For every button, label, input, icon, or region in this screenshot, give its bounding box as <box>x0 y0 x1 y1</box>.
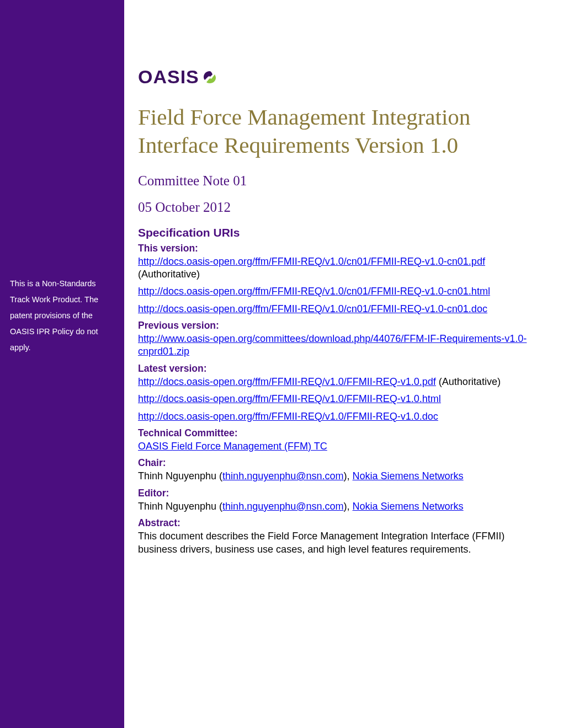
abstract-text: This document describes the Field Force … <box>138 530 530 556</box>
chair-open: ( <box>216 470 222 481</box>
this-version-item-1: http://docs.oasis-open.org/ffm/FFMII-REQ… <box>138 285 530 298</box>
editor-name: Thinh Nguyenphu <box>138 501 216 512</box>
document-title: Field Force Management Integration Inter… <box>138 103 530 160</box>
oasis-logo-text: OASIS <box>138 66 217 88</box>
this-version-label: This version: <box>138 243 530 254</box>
editor-open: ( <box>216 501 222 512</box>
editor-email-link[interactable]: thinh.nguyenphu@nsn.com <box>222 501 343 512</box>
sidebar: This is a Non-Standards Track Work Produ… <box>0 0 124 728</box>
chair-name: Thinh Nguyenphu <box>138 470 216 481</box>
chair-email-link[interactable]: thinh.nguyenphu@nsn.com <box>222 470 343 481</box>
sidebar-note: This is a Non-Standards Track Work Produ… <box>10 276 114 356</box>
previous-version-label: Previous version: <box>138 320 530 331</box>
chair-line: Thinh Nguyenphu (thinh.nguyenphu@nsn.com… <box>138 470 530 483</box>
latest-version-item-0: http://docs.oasis-open.org/ffm/FFMII-REQ… <box>138 376 530 388</box>
this-version-suffix-0: (Authoritative) <box>138 269 200 280</box>
oasis-wordmark: OASIS <box>138 66 199 88</box>
previous-version-link-0[interactable]: http://www.oasis-open.org/committees/dow… <box>138 333 527 357</box>
committee-note-label: Committee Note 01 <box>138 173 530 189</box>
oasis-logo-icon <box>203 70 217 84</box>
editor-label: Editor: <box>138 488 530 499</box>
this-version-item-2: http://docs.oasis-open.org/ffm/FFMII-REQ… <box>138 303 530 315</box>
latest-version-label: Latest version: <box>138 363 530 374</box>
this-version-link-1[interactable]: http://docs.oasis-open.org/ffm/FFMII-REQ… <box>138 286 490 297</box>
latest-version-link-0[interactable]: http://docs.oasis-open.org/ffm/FFMII-REQ… <box>138 376 436 387</box>
previous-version-item-0: http://www.oasis-open.org/committees/dow… <box>138 333 530 358</box>
technical-committee-item: OASIS Field Force Management (FFM) TC <box>138 440 530 453</box>
chair-close: ), <box>344 470 353 481</box>
editor-org-link[interactable]: Nokia Siemens Networks <box>353 501 464 512</box>
page-container: This is a Non-Standards Track Work Produ… <box>0 0 563 728</box>
editor-line: Thinh Nguyenphu (thinh.nguyenphu@nsn.com… <box>138 500 530 513</box>
latest-version-suffix-0: (Authoritative) <box>436 376 501 387</box>
chair-label: Chair: <box>138 457 530 469</box>
this-version-item-0: http://docs.oasis-open.org/ffm/FFMII-REQ… <box>138 255 530 281</box>
spec-uris-heading: Specification URIs <box>138 226 530 239</box>
latest-version-link-2[interactable]: http://docs.oasis-open.org/ffm/FFMII-REQ… <box>138 411 438 422</box>
main-content: OASIS Field Force Management Integration… <box>124 0 563 728</box>
oasis-logo: OASIS <box>138 66 530 88</box>
abstract-label: Abstract: <box>138 517 530 529</box>
latest-version-item-2: http://docs.oasis-open.org/ffm/FFMII-REQ… <box>138 410 530 423</box>
this-version-link-0[interactable]: http://docs.oasis-open.org/ffm/FFMII-REQ… <box>138 256 485 267</box>
this-version-link-2[interactable]: http://docs.oasis-open.org/ffm/FFMII-REQ… <box>138 303 487 314</box>
technical-committee-link[interactable]: OASIS Field Force Management (FFM) TC <box>138 441 327 452</box>
latest-version-item-1: http://docs.oasis-open.org/ffm/FFMII-REQ… <box>138 393 530 405</box>
editor-close: ), <box>344 501 353 512</box>
document-date: 05 October 2012 <box>138 200 530 215</box>
chair-org-link[interactable]: Nokia Siemens Networks <box>353 470 464 481</box>
technical-committee-label: Technical Committee: <box>138 427 530 439</box>
latest-version-link-1[interactable]: http://docs.oasis-open.org/ffm/FFMII-REQ… <box>138 393 441 404</box>
